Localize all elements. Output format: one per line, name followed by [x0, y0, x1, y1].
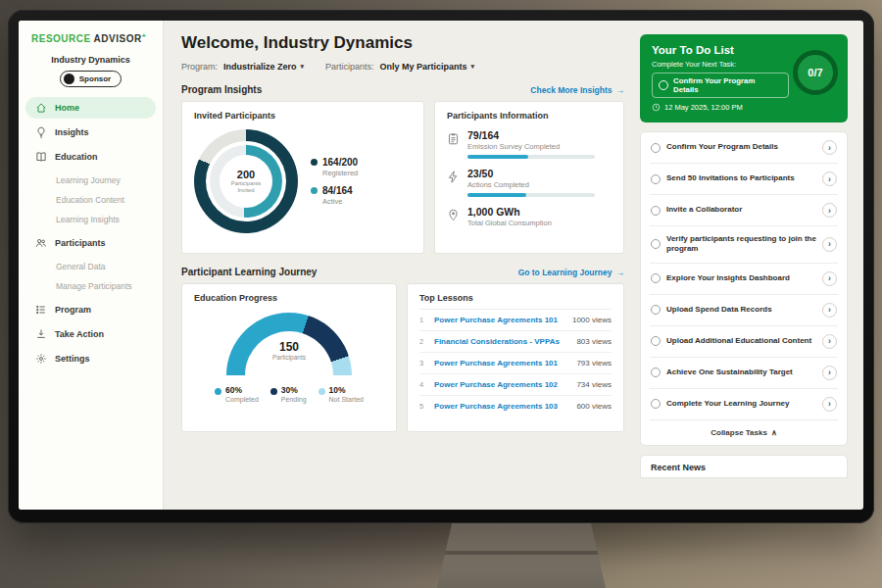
actions-progress-bar	[467, 193, 595, 197]
program-filter-dropdown[interactable]: Industrialize Zero ▾	[223, 62, 304, 72]
actions-completed-metric: 23/50 Actions Completed	[447, 168, 612, 197]
chevron-down-icon: ▾	[301, 63, 305, 71]
survey-icon	[447, 131, 460, 144]
task-item[interactable]: Complete Your Learning Journey ›	[650, 389, 838, 420]
recent-news-card: Recent News	[640, 455, 848, 478]
chevron-right-icon[interactable]: ›	[822, 237, 837, 252]
checkbox-icon[interactable]	[651, 368, 661, 377]
filter-bar: Program: Industrialize Zero ▾ Participan…	[181, 62, 624, 72]
scene: RESOURCE ADVISOR+ Industry Dynamics Spon…	[0, 0, 882, 588]
lightning-icon	[447, 170, 460, 182]
lesson-link[interactable]: Power Purchase Agreements 101	[434, 359, 569, 368]
task-item[interactable]: Confirm Your Program Details ›	[650, 132, 838, 164]
participants-filter-dropdown[interactable]: Only My Participants ▾	[380, 62, 475, 72]
participants-filter-label: Participants:	[325, 62, 374, 72]
lesson-row: 2 Financial Considerations - VPPAs 803 v…	[419, 331, 612, 353]
emission-survey-metric: 79/164 Emission Survey Completed	[447, 129, 612, 159]
sponsor-icon	[64, 74, 74, 84]
sidebar-item-learning-journey[interactable]: Learning Journey	[25, 171, 156, 190]
chevron-right-icon[interactable]: ›	[822, 172, 837, 186]
location-pin-icon	[447, 208, 460, 220]
sidebar-item-program[interactable]: Program	[25, 299, 156, 320]
arrow-right-icon: →	[616, 85, 625, 95]
education-card-title: Education Progress	[194, 293, 384, 303]
collapse-tasks-button[interactable]: Collapse Tasks ∧	[650, 420, 838, 445]
chevron-right-icon[interactable]: ›	[822, 366, 837, 380]
invited-card-title: Invited Participants	[194, 111, 412, 121]
legend-active: 84/164 Active	[311, 185, 358, 206]
task-item[interactable]: Send 50 Invitations to Participants ›	[650, 164, 838, 195]
book-icon	[35, 151, 47, 163]
checkbox-icon[interactable]	[651, 273, 661, 283]
checkbox-icon[interactable]	[651, 239, 661, 249]
learning-journey-title: Participant Learning Journey	[181, 267, 317, 277]
monitor-bezel: RESOURCE ADVISOR+ Industry Dynamics Spon…	[8, 10, 874, 523]
donut-center-value: 200	[237, 169, 255, 180]
invited-donut-chart: 200 ParticipantsInvited	[194, 129, 298, 233]
lightbulb-icon	[35, 126, 47, 138]
next-task-button[interactable]: Confirm Your Program Details	[652, 73, 789, 98]
task-item[interactable]: Achieve One Sustainability Target ›	[650, 358, 838, 389]
lesson-link[interactable]: Power Purchase Agreements 101	[434, 316, 565, 324]
lesson-row: 4 Power Purchase Agreements 102 734 view…	[419, 374, 612, 396]
task-item[interactable]: Explore Your Insights Dashboard ›	[650, 264, 838, 295]
not-started-dot-icon	[318, 388, 325, 395]
checkbox-icon[interactable]	[651, 174, 661, 184]
sidebar-nav: Home Insights Education Learning Journey…	[24, 97, 158, 369]
check-more-insights-link[interactable]: Check More Insights →	[530, 85, 624, 95]
sponsor-badge[interactable]: Sponsor	[60, 71, 122, 87]
program-insights-header: Program Insights Check More Insights →	[181, 84, 624, 95]
checkbox-icon[interactable]	[651, 206, 661, 216]
chevron-right-icon[interactable]: ›	[822, 140, 837, 155]
brand-secondary: ADVISOR+	[94, 33, 147, 44]
gauge-center-label: Participants	[226, 354, 352, 361]
chevron-right-icon[interactable]: ›	[822, 271, 837, 286]
sidebar-item-education-content[interactable]: Education Content	[25, 190, 156, 210]
learning-cards-row: Education Progress 150 Participants	[181, 283, 624, 432]
task-item[interactable]: Upload Additional Educational Content ›	[650, 326, 838, 358]
go-to-learning-journey-link[interactable]: Go to Learning Journey →	[518, 268, 624, 277]
donut-legend: 164/200 Registered 84/164 Active	[311, 149, 358, 214]
lesson-link[interactable]: Power Purchase Agreements 102	[434, 380, 569, 389]
home-icon	[35, 102, 47, 114]
lesson-link[interactable]: Financial Considerations - VPPAs	[434, 337, 569, 346]
checkbox-icon[interactable]	[651, 305, 661, 315]
checkbox-icon[interactable]	[651, 143, 661, 153]
lessons-card-title: Top Lessons	[419, 293, 612, 310]
dashboard-screen: RESOURCE ADVISOR+ Industry Dynamics Spon…	[19, 21, 863, 510]
chevron-down-icon: ▾	[471, 63, 475, 71]
top-lessons-card: Top Lessons 1 Power Purchase Agreements …	[407, 283, 624, 432]
checkbox-icon[interactable]	[651, 399, 661, 409]
task-item[interactable]: Invite a Collaborator ›	[650, 195, 838, 226]
consumption-metric: 1,000 GWh Total Global Consumption	[447, 206, 612, 227]
task-item[interactable]: Upload Spend Data Records ›	[650, 295, 838, 326]
program-filter-label: Program:	[181, 62, 218, 72]
lesson-link[interactable]: Power Purchase Agreements 103	[434, 402, 569, 411]
sidebar-item-general-data[interactable]: General Data	[25, 257, 156, 276]
sidebar-item-settings[interactable]: Settings	[25, 348, 156, 369]
checkbox-icon[interactable]	[659, 80, 668, 90]
sidebar-item-insights[interactable]: Insights	[25, 122, 156, 143]
stand-seam	[437, 551, 606, 555]
chevron-up-icon: ∧	[771, 428, 777, 437]
page-title: Welcome, Industry Dynamics	[181, 33, 624, 53]
task-item[interactable]: Verify participants requesting to join t…	[650, 226, 838, 264]
sidebar-item-home[interactable]: Home	[25, 97, 156, 119]
main-content: Welcome, Industry Dynamics Program: Indu…	[164, 21, 636, 510]
completed-dot-icon	[215, 388, 221, 395]
gear-icon	[35, 353, 47, 365]
chevron-right-icon[interactable]: ›	[822, 203, 837, 218]
checkbox-icon[interactable]	[651, 336, 661, 346]
sidebar-item-learning-insights[interactable]: Learning Insights	[25, 210, 156, 229]
education-legend: 60% Completed 30% Pending 10%	[194, 385, 384, 403]
sidebar-item-participants[interactable]: Participants	[25, 232, 156, 254]
sidebar-item-manage-participants[interactable]: Manage Participants	[25, 276, 156, 296]
chevron-right-icon[interactable]: ›	[822, 397, 837, 412]
chevron-right-icon[interactable]: ›	[822, 303, 837, 318]
learning-journey-header: Participant Learning Journey Go to Learn…	[181, 267, 624, 277]
sidebar-item-take-action[interactable]: Take Action	[25, 323, 156, 345]
sidebar-item-education[interactable]: Education	[25, 146, 156, 168]
chevron-right-icon[interactable]: ›	[822, 334, 837, 349]
gauge-center-value: 150	[226, 340, 352, 354]
education-progress-card: Education Progress 150 Participants	[181, 283, 397, 432]
